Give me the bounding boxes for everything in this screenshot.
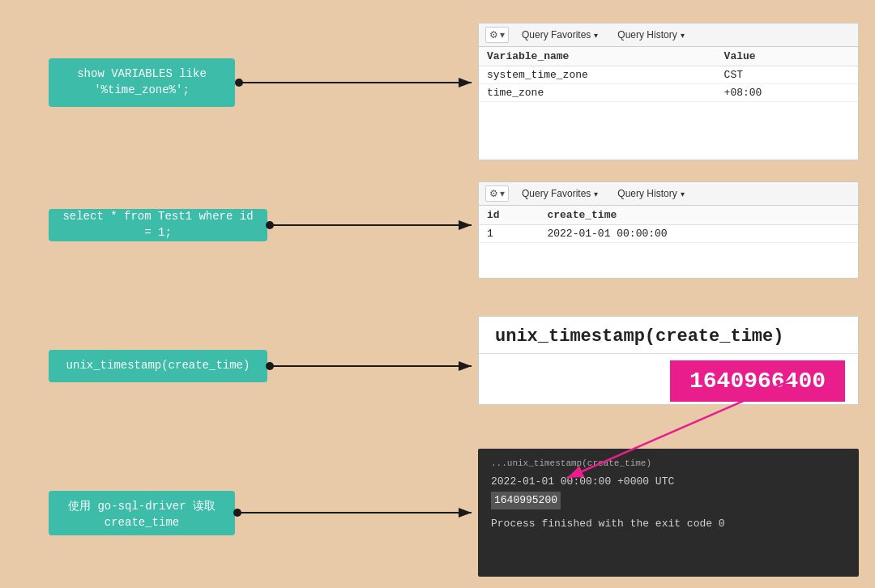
- query-favorites-tab-2[interactable]: Query Favorites ▾: [515, 186, 604, 201]
- terminal-line-2: 1640995200: [491, 492, 846, 509]
- col-create-time: create_time: [539, 206, 824, 225]
- result-table-2: id create_time 1 2022-01-01 00:00:00: [479, 206, 858, 243]
- chevron-down-icon-4: ▾: [681, 190, 685, 198]
- cell-create-time-value: 2022-01-01 00:00:00: [539, 225, 824, 243]
- table-row: 1 2022-01-01 00:00:00: [479, 225, 858, 243]
- query-history-tab-1[interactable]: Query History ▾: [611, 28, 690, 42]
- unix-timestamp-panel: unix_timestamp(create_time) 1640966400: [478, 316, 859, 405]
- cell-empty-4: [824, 225, 858, 243]
- gear-dropdown-arrow: ▾: [500, 29, 505, 40]
- result-table-1: Variable_name Value system_time_zone CST…: [479, 47, 858, 102]
- query-box-1: show VARIABLES like'%time_zone%';: [49, 58, 235, 107]
- table-row: time_zone +08:00: [479, 84, 858, 102]
- unix-value-wrap: 1640966400: [479, 354, 858, 411]
- gear-icon-2: ⚙: [489, 188, 498, 199]
- col-empty: [826, 47, 858, 66]
- query-text-4: 使用 go-sql-driver 读取create_time: [68, 500, 216, 529]
- query-text-1: show VARIABLES like'%time_zone%';: [77, 67, 207, 96]
- gear-dropdown-arrow-2: ▾: [500, 188, 505, 199]
- gear-button-2[interactable]: ⚙ ▾: [485, 185, 509, 202]
- toolbar-2: ⚙ ▾ Query Favorites ▾ Query History ▾: [479, 182, 858, 206]
- col-empty-3: [824, 206, 858, 225]
- unix-value: 1640966400: [670, 360, 845, 402]
- query-box-3: unix_timestamp(create_time): [49, 350, 267, 382]
- table-row: system_time_zone CST: [479, 66, 858, 84]
- terminal-exit-line: Process finished with the exit code 0: [491, 516, 846, 532]
- gear-icon: ⚙: [489, 29, 498, 40]
- dot-1: [235, 79, 243, 87]
- toolbar-1: ⚙ ▾ Query Favorites ▾ Query History ▾: [479, 23, 858, 47]
- col-value: Value: [716, 47, 826, 66]
- cell-tz-name: time_zone: [479, 84, 716, 102]
- chevron-down-icon-3: ▾: [594, 190, 598, 198]
- result-panel-1: ⚙ ▾ Query Favorites ▾ Query History ▾ Va…: [478, 23, 859, 160]
- cell-system-tz-value: CST: [716, 66, 826, 84]
- cell-empty: [826, 66, 858, 84]
- chevron-down-icon-2: ▾: [681, 31, 685, 40]
- chevron-down-icon: ▾: [594, 31, 598, 40]
- col-variable-name: Variable_name: [479, 47, 716, 66]
- query-favorites-tab-1[interactable]: Query Favorites ▾: [515, 28, 604, 42]
- cell-id-value: 1: [479, 225, 539, 243]
- terminal-highlighted-value: 1640995200: [491, 492, 561, 509]
- result-panel-2: ⚙ ▾ Query Favorites ▾ Query History ▾ id…: [478, 181, 859, 279]
- gear-button-1[interactable]: ⚙ ▾: [485, 27, 509, 43]
- terminal-line-1: 2022-01-01 00:00:00 +0000 UTC: [491, 474, 846, 490]
- query-history-tab-2[interactable]: Query History ▾: [611, 186, 690, 201]
- unix-header: unix_timestamp(create_time): [479, 317, 858, 354]
- query-text-2: select * from Test1 where id = 1;: [62, 209, 254, 241]
- cell-tz-value: +08:00: [716, 84, 826, 102]
- query-box-2: select * from Test1 where id = 1;: [49, 209, 267, 241]
- query-text-3: unix_timestamp(create_time): [66, 358, 250, 374]
- cell-empty-2: [826, 84, 858, 102]
- col-id: id: [479, 206, 539, 225]
- query-box-4: 使用 go-sql-driver 读取create_time: [49, 491, 235, 535]
- terminal-panel: ...unix_timestamp(create_time) 2022-01-0…: [478, 449, 859, 577]
- cell-system-tz-name: system_time_zone: [479, 66, 716, 84]
- terminal-line-0: ...unix_timestamp(create_time): [491, 457, 846, 471]
